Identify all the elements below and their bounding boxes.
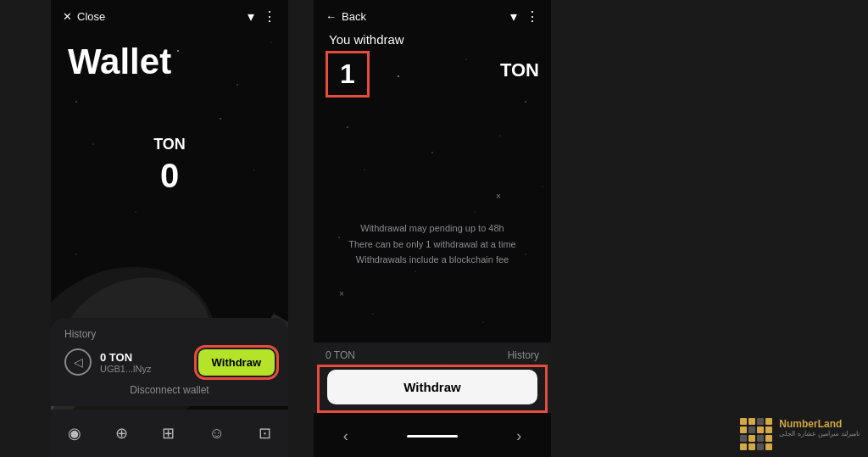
bottom-nav-right: ‹ › [314,415,551,457]
logo-grid-icon [740,418,772,450]
bottom-right-panel: 0 TON History Withdraw [314,343,551,413]
svg-point-30 [482,321,483,322]
nav-people-icon[interactable]: ⊕ [115,424,128,443]
bottom-ton-amount: 0 TON [326,349,355,361]
history-info: 0 TON UGB1...lNyz [100,351,152,374]
back-arrow-icon: ← [326,10,337,23]
svg-point-23 [431,152,432,153]
svg-point-27 [415,270,415,271]
disconnect-wallet-link[interactable]: Disconnect wallet [64,384,275,396]
nav-home-line[interactable] [407,435,458,437]
withdrawal-info: Withdrawal may pending up to 48h There c… [314,220,551,268]
nav-profile-icon[interactable]: ☺ [209,425,224,443]
svg-point-22 [364,170,365,170]
left-top-bar: ✕ Close ▾ ⋮ [51,0,288,33]
ton-amount: 0 [51,157,288,195]
svg-point-26 [475,212,476,213]
close-label: Close [77,10,105,23]
history-address: UGB1...lNyz [100,364,152,374]
more-options-icon[interactable]: ⋮ [263,8,276,25]
logo-subtitle: نامبرلند سرامین عشاره الجلی [779,430,860,437]
chevron-down-right-icon[interactable]: ▾ [510,8,517,25]
svg-point-1 [75,101,77,103]
right-top-bar: ← Back ▾ ⋮ [314,0,551,33]
close-icon: ✕ [63,10,72,23]
logo-text: NumberLand نامبرلند سرامین عشاره الجلی [779,418,860,437]
svg-point-24 [542,186,542,187]
nav-forward-icon[interactable]: › [516,427,521,445]
svg-point-17 [347,126,348,128]
right-phone: × × · ← Back ▾ ⋮ You withdraw 1 TON With… [314,0,551,457]
history-row: ◁ 0 TON UGB1...lNyz Withdraw [64,348,275,376]
svg-point-29 [373,314,374,315]
separator [288,0,314,457]
withdraw-amount-section: 1 TON [326,51,539,98]
svg-point-9 [136,212,136,213]
numberland-logo: NumberLand نامبرلند سرامین عشاره الجلی [740,418,860,450]
withdraw-button-wrapper: Withdraw [317,365,548,413]
bottom-nav-left: ◉ ⊕ ⊞ ☺ ⊡ [51,410,288,457]
withdraw-amount-value: 1 [340,59,355,89]
wallet-title: Wallet [51,33,288,91]
left-phone: ✕ Close ▾ ⋮ Wallet TON 0 History ◁ 0 TON… [51,0,288,457]
more-options-right-icon[interactable]: ⋮ [526,8,539,25]
info-line-1: Withdrawal may pending up to 48h [331,220,534,237]
bottom-row: 0 TON History [314,343,551,365]
info-line-2: There can be only 1 withdrawal at a time [331,237,534,253]
svg-point-7 [220,118,221,120]
branding-area: NumberLand نامبرلند سرامین عشاره الجلی [551,0,868,457]
logo-title: NumberLand [779,418,860,430]
withdraw-button-right[interactable]: Withdraw [327,370,537,404]
svg-point-10 [75,254,76,254]
history-left: ◁ 0 TON UGB1...lNyz [64,348,152,376]
ton-label-right: TON [500,59,539,81]
svg-point-21 [499,135,500,136]
history-label: History [64,328,275,340]
info-line-3: Withdrawals include a blockchain fee [331,252,534,268]
ton-label: TON [51,136,288,153]
nav-back-icon[interactable]: ‹ [343,427,348,445]
back-button[interactable]: ← Back [326,10,366,23]
svg-point-20 [525,101,526,103]
you-withdraw-label: You withdraw [329,32,404,47]
ton-icon: ◁ [64,348,92,376]
history-amount: 0 TON [100,351,152,364]
withdraw-amount-box: 1 [326,51,370,98]
nav-home-icon[interactable]: ◉ [68,424,81,443]
bottom-history-link[interactable]: History [508,349,539,361]
nav-grid-icon[interactable]: ⊞ [162,424,175,443]
history-panel: History ◁ 0 TON UGB1...lNyz Withdraw Dis… [51,318,288,406]
nav-wallet-icon[interactable]: ⊡ [259,424,271,443]
ton-display: TON 0 [51,136,288,195]
withdraw-button-left[interactable]: Withdraw [198,349,275,376]
close-button[interactable]: ✕ Close [63,10,105,23]
chevron-down-icon[interactable]: ▾ [248,8,254,25]
svg-text:×: × [339,289,344,298]
svg-text:×: × [496,192,501,201]
right-top-actions: ▾ ⋮ [510,8,539,25]
top-bar-actions: ▾ ⋮ [248,8,276,25]
back-label: Back [342,10,366,23]
